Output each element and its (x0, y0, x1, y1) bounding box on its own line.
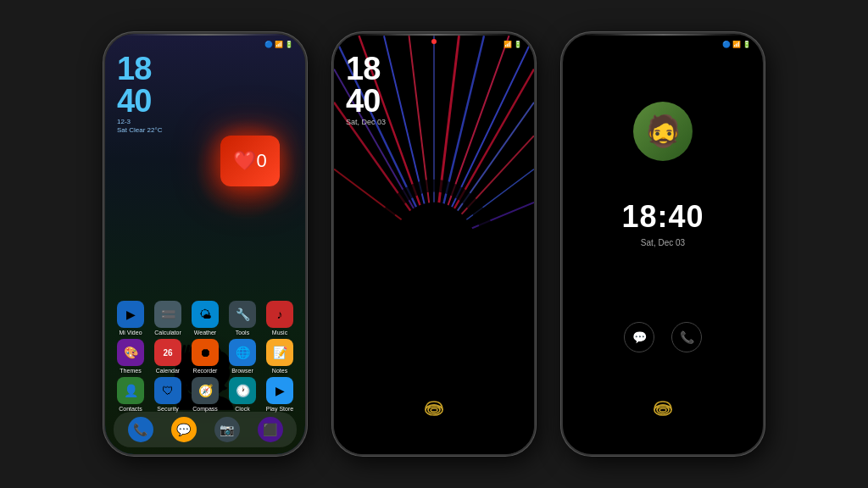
app-icon-calculator: 🟰 (154, 301, 181, 328)
memoji-avatar: 🧔 (633, 102, 693, 161)
app-row-2: 🎨 Themes 26 Calendar ⏺ Recorder 🌐 Browse… (112, 339, 298, 374)
app-dock: 📞 💬 📷 ⬛ (114, 412, 297, 447)
phone-icon: 📞 (680, 330, 694, 344)
hour-display: 18 (117, 53, 162, 85)
app-icon-browser: 🌐 (229, 339, 256, 366)
svg-point-21 (431, 408, 437, 412)
app-icon-clock: 🕐 (229, 377, 256, 404)
notification-text: ❤️0 (233, 150, 266, 172)
app-icon-calendar: 26 (154, 339, 181, 366)
app-icon-weather: 🌤 (192, 301, 219, 328)
status-icons: 🔵 📶 🔋 (264, 41, 293, 48)
fingerprint-logo-3 (650, 395, 676, 420)
app-row-3: 👤 Contacts 🛡 Security 🧭 Compass 🕐 Clock … (112, 377, 298, 412)
phone3-screen: 🔵 📶 🔋 🧔 18:40 Sat, Dec 03 💬 📞 (563, 34, 763, 454)
svg-point-24 (659, 408, 666, 412)
app-browser[interactable]: 🌐 Browser (225, 339, 260, 374)
avatar-emoji: 🧔 (644, 114, 682, 149)
svg-point-17 (388, 202, 480, 319)
phone-1: 🙋 ❤️0 🔵 📶 🔋 18 40 12-3 Sat Clear 22°C ▶ … (103, 32, 307, 456)
app-clock[interactable]: 🕐 Clock (225, 377, 260, 412)
app-label-notes: Notes (272, 368, 287, 374)
hour-display-2: 18 (346, 53, 386, 85)
app-icon-play-store: ▶ (266, 377, 293, 404)
dock-app4[interactable]: ⬛ (258, 417, 283, 442)
volume-button-2[interactable] (534, 144, 536, 195)
power-button-3[interactable] (763, 102, 765, 136)
phone-2: 📶 🔋 18 40 Sat, Dec 03 (332, 32, 536, 456)
time-display-3: 18:40 (621, 199, 704, 235)
app-recorder[interactable]: ⏺ Recorder (187, 339, 223, 374)
app-tools[interactable]: 🔧 Tools (225, 301, 260, 336)
status-icons-3: 🔵 📶 🔋 (722, 41, 751, 48)
power-button[interactable] (305, 102, 307, 136)
svg-point-20 (428, 407, 440, 413)
app-compass[interactable]: 🧭 Compass (187, 377, 223, 412)
power-button-2[interactable] (534, 102, 536, 136)
phone1-screen: 🙋 ❤️0 🔵 📶 🔋 18 40 12-3 Sat Clear 22°C ▶ … (105, 34, 305, 454)
status-icons-2: 📶 🔋 (504, 41, 522, 48)
volume-button[interactable] (305, 144, 307, 195)
app-calendar[interactable]: 26 Calendar (150, 339, 186, 374)
minute-display: 40 (117, 85, 162, 117)
dock-phone[interactable]: 📞 (128, 417, 153, 442)
app-icon-tools: 🔧 (229, 301, 256, 328)
date-display-1: 12-3 (117, 119, 162, 125)
app-label-browser: Browser (231, 368, 253, 374)
status-bar-3: 🔵 📶 🔋 (563, 41, 763, 48)
app-label-themes: Themes (120, 368, 141, 374)
app-icon-compass: 🧭 (192, 377, 219, 404)
app-label-clock: Clock (235, 406, 250, 412)
volume-button-3[interactable] (763, 144, 765, 195)
app-row-1: ▶ Mi Video 🟰 Calculator 🌤 Weather 🔧 Tool… (112, 301, 298, 336)
notification-bubble: ❤️0 (220, 136, 280, 186)
app-label-calendar: Calendar (156, 368, 180, 374)
app-security[interactable]: 🛡 Security (150, 377, 186, 412)
weather-display: Sat Clear 22°C (117, 127, 162, 134)
dock-messages[interactable]: 💬 (171, 417, 197, 442)
app-themes[interactable]: 🎨 Themes (113, 339, 148, 374)
app-label-weather: Weather (194, 330, 216, 336)
minute-display-2: 40 (346, 85, 386, 117)
lock-screen-actions: 💬 📞 (624, 322, 702, 352)
status-bar-1: 🔵 📶 🔋 (105, 41, 305, 48)
clock-widget-3: 18:40 Sat, Dec 03 (621, 199, 704, 247)
app-icon-mi-video: ▶ (117, 301, 144, 328)
app-icon-notes: 📝 (266, 339, 293, 366)
date-display-3: Sat, Dec 03 (621, 238, 704, 247)
status-bar-2: 📶 🔋 (334, 41, 534, 48)
phone2-screen: 📶 🔋 18 40 Sat, Dec 03 (334, 34, 534, 454)
svg-point-23 (657, 407, 669, 413)
app-icon-music: ♪ (266, 301, 293, 328)
phone-action-button[interactable]: 📞 (671, 322, 702, 352)
app-notes[interactable]: 📝 Notes (262, 339, 298, 374)
app-label-compass: Compass (192, 406, 218, 412)
app-play-store[interactable]: ▶ Play Store (262, 377, 298, 412)
app-weather[interactable]: 🌤 Weather (187, 301, 223, 336)
app-icon-contacts: 👤 (117, 377, 144, 404)
app-icon-recorder: ⏺ (192, 339, 219, 366)
phone-3: 🔵 📶 🔋 🧔 18:40 Sat, Dec 03 💬 📞 (561, 32, 765, 456)
app-label-contacts: Contacts (119, 406, 142, 412)
app-mi-video[interactable]: ▶ Mi Video (113, 301, 148, 336)
app-icon-themes: 🎨 (117, 339, 144, 366)
app-icon-security: 🛡 (154, 377, 181, 404)
dock-camera[interactable]: 📷 (214, 417, 240, 442)
clock-widget-2: 18 40 Sat, Dec 03 (346, 53, 386, 126)
app-label-music: Music (272, 330, 287, 336)
app-grid: ▶ Mi Video 🟰 Calculator 🌤 Weather 🔧 Tool… (112, 301, 298, 412)
app-label-calculator: Calculator (154, 330, 181, 336)
app-label-security: Security (157, 406, 178, 412)
app-label-recorder: Recorder (193, 368, 218, 374)
clock-widget-1: 18 40 12-3 Sat Clear 22°C (117, 53, 162, 134)
app-label-tools: Tools (236, 330, 249, 336)
app-music[interactable]: ♪ Music (262, 301, 298, 336)
app-label-mi-video: Mi Video (119, 330, 142, 336)
app-contacts[interactable]: 👤 Contacts (113, 377, 148, 412)
date-display-2: Sat, Dec 03 (346, 119, 386, 126)
message-icon: 💬 (632, 330, 647, 344)
fingerprint-logo-2 (421, 395, 447, 420)
message-action-button[interactable]: 💬 (624, 322, 654, 352)
app-calculator[interactable]: 🟰 Calculator (150, 301, 186, 336)
app-label-play-store: Play Store (266, 406, 293, 412)
